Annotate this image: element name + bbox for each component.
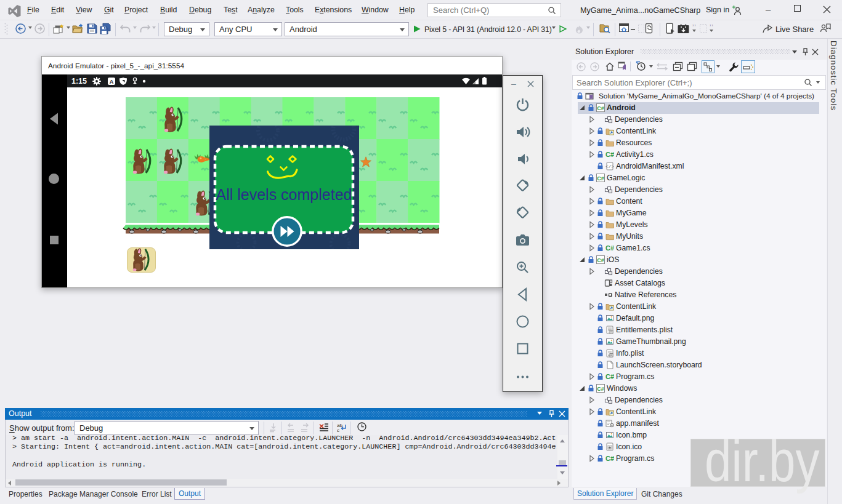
svg-text:C#: C# bbox=[597, 105, 604, 111]
svg-text:C#: C# bbox=[597, 386, 604, 392]
svg-text:C#: C# bbox=[605, 151, 614, 158]
svg-text:C#: C# bbox=[605, 373, 614, 380]
svg-text:C#: C# bbox=[605, 244, 614, 252]
svg-text:c: c bbox=[337, 428, 339, 433]
svg-text:C#: C# bbox=[597, 257, 604, 263]
svg-text:A: A bbox=[110, 79, 114, 85]
svg-text:</>: </> bbox=[605, 164, 614, 169]
svg-text:C#: C# bbox=[597, 175, 604, 182]
svg-text:C#: C# bbox=[605, 455, 614, 462]
